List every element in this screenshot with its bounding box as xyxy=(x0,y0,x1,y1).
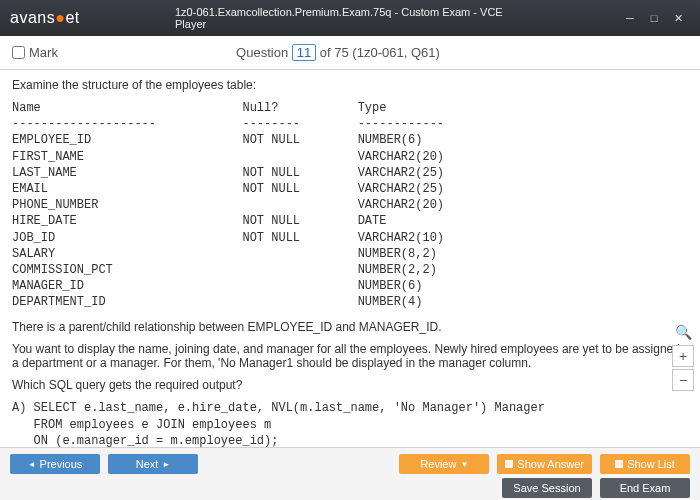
question-intro: Examine the structure of the employees t… xyxy=(12,78,688,92)
square-icon xyxy=(505,454,513,474)
logo-text: avans xyxy=(10,9,55,26)
question-para1: There is a parent/child relationship bet… xyxy=(12,320,688,334)
save-session-button[interactable]: Save Session xyxy=(502,478,592,498)
question-para2: You want to display the name, joining da… xyxy=(12,342,688,370)
window-controls: ─ □ ✕ xyxy=(618,8,690,28)
mark-checkbox-area[interactable]: Mark xyxy=(12,45,58,60)
title-bar: avans●et 1z0-061.Examcollection.Premium.… xyxy=(0,0,700,36)
window-title: 1z0-061.Examcollection.Premium.Exam.75q … xyxy=(175,6,525,30)
question-number: 11 xyxy=(292,44,316,61)
question-content: Examine the structure of the employees t… xyxy=(0,70,700,448)
zoom-out-button[interactable]: − xyxy=(672,369,694,391)
magnifier-icon: 🔍 xyxy=(672,321,694,343)
table-structure: Name Null? Type -------------------- ---… xyxy=(12,100,688,310)
question-word: Question xyxy=(236,45,288,60)
end-exam-label: End Exam xyxy=(620,478,671,498)
zoom-in-button[interactable]: + xyxy=(672,345,694,367)
next-label: Next xyxy=(136,454,159,474)
question-indicator: Question 11 of 75 (1z0-061, Q61) xyxy=(236,44,440,61)
review-label: Review xyxy=(420,454,456,474)
mark-label: Mark xyxy=(29,45,58,60)
square-icon xyxy=(615,454,623,474)
minimize-icon[interactable]: ─ xyxy=(618,8,642,28)
logo-text2: et xyxy=(65,9,79,26)
review-button[interactable]: Review xyxy=(399,454,489,474)
show-list-button[interactable]: Show List xyxy=(600,454,690,474)
show-list-label: Show List xyxy=(627,454,675,474)
chevron-left-icon xyxy=(28,453,36,475)
question-of-text: of 75 (1z0-061, Q61) xyxy=(320,45,440,60)
app-logo: avans●et xyxy=(10,9,80,27)
chevron-down-icon xyxy=(460,453,468,475)
previous-button[interactable]: Previous xyxy=(10,454,100,474)
question-para3: Which SQL query gets the required output… xyxy=(12,378,688,392)
question-header-bar: Mark Question 11 of 75 (1z0-061, Q61) xyxy=(0,36,700,70)
footer-bar: Previous Next Review Show Answer Show Li… xyxy=(0,448,700,500)
zoom-controls: 🔍 + − xyxy=(672,321,696,391)
mark-checkbox[interactable] xyxy=(12,46,25,59)
next-button[interactable]: Next xyxy=(108,454,198,474)
option-a[interactable]: A) SELECT e.last_name, e.hire_date, NVL(… xyxy=(12,400,688,448)
close-icon[interactable]: ✕ xyxy=(666,8,690,28)
save-session-label: Save Session xyxy=(513,478,580,498)
maximize-icon[interactable]: □ xyxy=(642,8,666,28)
show-answer-button[interactable]: Show Answer xyxy=(497,454,592,474)
logo-o-icon: ● xyxy=(55,9,65,26)
show-answer-label: Show Answer xyxy=(517,454,584,474)
end-exam-button[interactable]: End Exam xyxy=(600,478,690,498)
previous-label: Previous xyxy=(40,454,83,474)
chevron-right-icon xyxy=(162,453,170,475)
